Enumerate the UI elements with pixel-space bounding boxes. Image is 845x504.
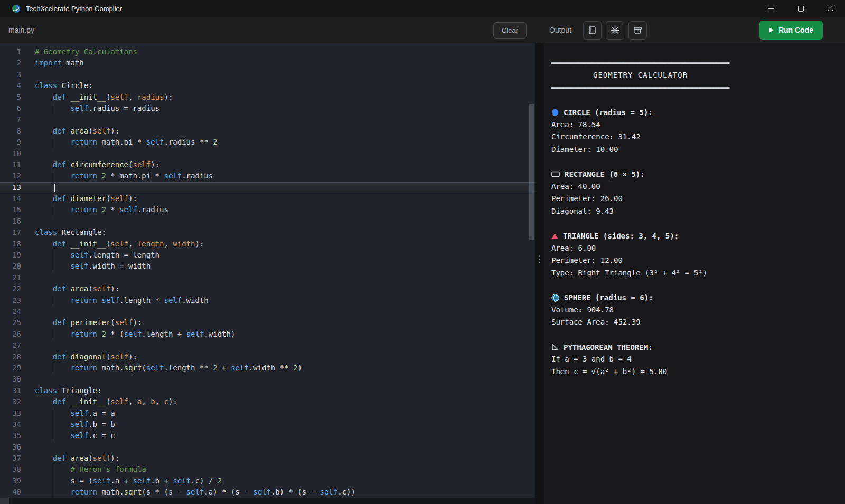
output-line: Surface Area: 452.39 bbox=[551, 316, 845, 328]
code-line[interactable]: 11 def circumference(self): bbox=[0, 159, 535, 170]
indent-guide bbox=[53, 363, 53, 374]
line-number[interactable]: 2 bbox=[0, 58, 21, 69]
code-line[interactable]: 26 return 2 * (self.length + self.width) bbox=[0, 329, 535, 340]
line-number[interactable]: 19 bbox=[0, 250, 21, 261]
line-number[interactable]: 32 bbox=[0, 396, 21, 407]
code-line[interactable]: 38 # Heron's formula bbox=[0, 464, 535, 475]
line-number[interactable]: 28 bbox=[0, 351, 21, 363]
run-code-button[interactable]: Run Code bbox=[759, 21, 823, 40]
code-line[interactable]: 28 def diagonal(self): bbox=[0, 351, 535, 363]
panel-resize-handle[interactable] bbox=[535, 43, 544, 504]
line-number[interactable]: 27 bbox=[0, 340, 21, 351]
line-number[interactable]: 38 bbox=[0, 464, 21, 475]
line-number[interactable]: 18 bbox=[0, 239, 21, 250]
code-line[interactable]: 33 self.a = a bbox=[0, 408, 535, 419]
code-line[interactable]: 30 bbox=[0, 374, 535, 385]
line-number[interactable]: 8 bbox=[0, 126, 21, 137]
code-line[interactable]: 2import math bbox=[0, 58, 535, 69]
code-line[interactable]: 27 bbox=[0, 340, 535, 351]
minimize-button[interactable] bbox=[756, 0, 786, 17]
code-line[interactable]: 32 def __init__(self, a, b, c): bbox=[0, 396, 535, 407]
line-number[interactable]: 7 bbox=[0, 114, 21, 125]
line-number[interactable]: 17 bbox=[0, 227, 21, 238]
line-number[interactable]: 16 bbox=[0, 216, 21, 227]
code-line[interactable]: 5 def __init__(self, radius): bbox=[0, 92, 535, 103]
output-section-header: CIRCLE (radius = 5): bbox=[551, 107, 845, 119]
line-number[interactable]: 13 bbox=[0, 183, 21, 193]
line-number[interactable]: 25 bbox=[0, 317, 21, 328]
code-line[interactable]: 1# Geometry Calculations bbox=[0, 46, 535, 58]
code-line[interactable]: 10 bbox=[0, 148, 535, 159]
code-line[interactable]: 25 def perimeter(self): bbox=[0, 317, 535, 328]
line-number[interactable]: 1 bbox=[0, 46, 21, 58]
line-number[interactable]: 22 bbox=[0, 283, 21, 294]
code-line-content: self.b = b bbox=[35, 419, 535, 430]
line-number[interactable]: 5 bbox=[0, 92, 21, 103]
code-line[interactable]: 19 self.length = length bbox=[0, 250, 535, 261]
line-number[interactable]: 20 bbox=[0, 261, 21, 272]
line-number[interactable]: 14 bbox=[0, 193, 21, 204]
line-number[interactable]: 29 bbox=[0, 363, 21, 374]
code-line[interactable]: 17class Rectangle: bbox=[0, 227, 535, 238]
code-line[interactable]: 9 return math.pi * self.radius ** 2 bbox=[0, 137, 535, 148]
close-button[interactable] bbox=[815, 0, 845, 17]
code-line[interactable]: 35 self.c = c bbox=[0, 430, 535, 441]
code-line[interactable]: 31class Triangle: bbox=[0, 385, 535, 396]
archive-button[interactable] bbox=[628, 21, 647, 40]
code-line[interactable]: 23 return self.length * self.width bbox=[0, 295, 535, 306]
line-number[interactable]: 34 bbox=[0, 419, 21, 430]
vertical-scrollbar[interactable] bbox=[529, 104, 534, 240]
code-line[interactable]: 20 self.width = width bbox=[0, 261, 535, 272]
code-editor[interactable]: 1# Geometry Calculations2import math34cl… bbox=[0, 43, 535, 504]
line-number[interactable]: 37 bbox=[0, 453, 21, 464]
indent-guide bbox=[53, 464, 53, 475]
line-number[interactable]: 33 bbox=[0, 408, 21, 419]
code-line[interactable]: 36 bbox=[0, 442, 535, 453]
asterisk-button[interactable] bbox=[606, 21, 624, 40]
code-line[interactable]: 3 bbox=[0, 69, 535, 80]
code-line[interactable]: 37 def area(self): bbox=[0, 453, 535, 464]
line-number[interactable]: 6 bbox=[0, 103, 21, 114]
line-number[interactable]: 39 bbox=[0, 476, 21, 487]
horizontal-scrollbar[interactable] bbox=[0, 498, 535, 504]
output-tool-buttons bbox=[583, 21, 647, 40]
code-line[interactable]: 15 return 2 * self.radius bbox=[0, 204, 535, 215]
code-line[interactable]: 6 self.radius = radius bbox=[0, 103, 535, 114]
code-line[interactable]: 24 bbox=[0, 306, 535, 317]
code-line[interactable]: 16 bbox=[0, 216, 535, 227]
code-line[interactable]: 34 self.b = b bbox=[0, 419, 535, 430]
code-line[interactable]: 12 return 2 * math.pi * self.radius bbox=[0, 170, 535, 182]
line-number[interactable]: 10 bbox=[0, 148, 21, 159]
line-number[interactable]: 9 bbox=[0, 137, 21, 148]
line-number[interactable]: 24 bbox=[0, 306, 21, 317]
code-line[interactable]: 18 def __init__(self, length, width): bbox=[0, 239, 535, 250]
line-number[interactable]: 23 bbox=[0, 295, 21, 306]
line-number[interactable]: 11 bbox=[0, 159, 21, 170]
code-line[interactable]: 22 def area(self): bbox=[0, 283, 535, 294]
line-number[interactable]: 30 bbox=[0, 374, 21, 385]
code-line[interactable]: 39 s = (self.a + self.b + self.c) / 2 bbox=[0, 476, 535, 487]
output-toolbar: Output Run Code bbox=[535, 17, 845, 43]
line-number[interactable]: 4 bbox=[0, 80, 21, 91]
horizontal-scrollbar-thumb[interactable] bbox=[0, 498, 9, 504]
line-number[interactable]: 26 bbox=[0, 329, 21, 340]
clear-button[interactable]: Clear bbox=[493, 22, 527, 39]
code-line[interactable]: 21 bbox=[0, 272, 535, 283]
code-line[interactable]: 13 bbox=[0, 182, 535, 193]
line-number[interactable]: 31 bbox=[0, 385, 21, 396]
code-line[interactable]: 29 return math.sqrt(self.length ** 2 + s… bbox=[0, 363, 535, 374]
line-number[interactable]: 40 bbox=[0, 487, 21, 498]
line-number[interactable]: 36 bbox=[0, 442, 21, 453]
line-number[interactable]: 15 bbox=[0, 204, 21, 215]
maximize-button[interactable] bbox=[786, 0, 815, 17]
line-number[interactable]: 21 bbox=[0, 272, 21, 283]
code-line[interactable]: 8 def area(self): bbox=[0, 126, 535, 137]
line-number[interactable]: 3 bbox=[0, 69, 21, 80]
line-number[interactable]: 35 bbox=[0, 430, 21, 441]
notebook-button[interactable] bbox=[583, 21, 602, 40]
line-number[interactable]: 12 bbox=[0, 170, 21, 182]
code-line[interactable]: 40 return math.sqrt(s * (s - self.a) * (… bbox=[0, 487, 535, 498]
code-line[interactable]: 4class Circle: bbox=[0, 80, 535, 91]
code-line[interactable]: 7 bbox=[0, 114, 535, 125]
code-line[interactable]: 14 def diameter(self): bbox=[0, 193, 535, 204]
